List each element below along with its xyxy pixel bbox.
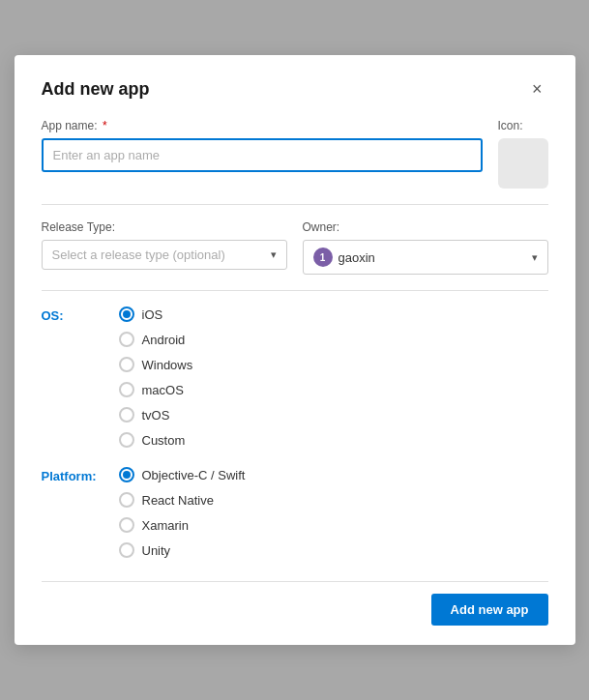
platform-radio-objc-swift[interactable]	[119, 467, 134, 482]
divider-2	[42, 290, 548, 291]
os-option-windows[interactable]: Windows	[119, 357, 193, 372]
os-radio-ios[interactable]	[119, 306, 134, 322]
app-name-field-group: App name: *	[42, 119, 483, 172]
modal-overlay: Add new app × App name: * Icon: Release …	[0, 0, 589, 700]
release-type-group: Release Type: Select a release type (opt…	[42, 220, 287, 275]
os-label-macos: macOS	[142, 383, 184, 397]
modal-footer: Add new app	[42, 581, 548, 626]
platform-label-objc-swift: Objective-C / Swift	[142, 468, 246, 482]
os-option-tvos[interactable]: tvOS	[119, 407, 193, 423]
owner-avatar: 1	[313, 248, 333, 267]
release-type-select[interactable]: Select a release type (optional) ▾	[42, 240, 287, 270]
platform-label-react-native: React Native	[142, 493, 214, 508]
owner-select[interactable]: 1 gaoxin ▾	[303, 240, 548, 275]
os-radio-list: iOS Android Windows macOS tvOS	[119, 306, 193, 448]
os-radio-android[interactable]	[119, 332, 134, 347]
os-label-custom: Custom	[142, 433, 186, 448]
modal-header: Add new app ×	[42, 78, 548, 100]
os-label-tvos: tvOS	[142, 408, 170, 423]
platform-label: Platform:	[42, 467, 119, 558]
icon-area: Icon:	[498, 119, 548, 189]
add-new-app-modal: Add new app × App name: * Icon: Release …	[15, 55, 575, 645]
icon-label: Icon:	[498, 119, 523, 132]
platform-label-xamarin: Xamarin	[142, 518, 189, 533]
platform-option-unity[interactable]: Unity	[119, 542, 246, 558]
os-radio-custom[interactable]	[119, 432, 134, 448]
os-option-ios[interactable]: iOS	[119, 306, 193, 322]
add-new-app-button[interactable]: Add new app	[431, 594, 548, 626]
os-label-ios: iOS	[142, 307, 163, 322]
owner-name: gaoxin	[339, 250, 375, 265]
app-name-label: App name: *	[42, 119, 483, 132]
owner-label: Owner:	[303, 220, 548, 234]
close-button[interactable]: ×	[526, 78, 548, 100]
platform-option-objc-swift[interactable]: Objective-C / Swift	[119, 467, 246, 482]
modal-title: Add new app	[42, 79, 150, 100]
release-type-label: Release Type:	[42, 220, 287, 234]
platform-label-unity: Unity	[142, 543, 171, 558]
os-radio-tvos[interactable]	[119, 407, 134, 423]
platform-option-react-native[interactable]: React Native	[119, 492, 246, 508]
required-indicator: *	[100, 119, 107, 132]
platform-radio-xamarin[interactable]	[119, 517, 134, 533]
os-option-custom[interactable]: Custom	[119, 432, 193, 448]
platform-option-xamarin[interactable]: Xamarin	[119, 517, 246, 533]
owner-group: Owner: 1 gaoxin ▾	[303, 220, 548, 275]
app-name-row: App name: * Icon:	[42, 119, 548, 189]
platform-radio-unity[interactable]	[119, 542, 134, 558]
release-type-chevron-icon: ▾	[271, 248, 277, 261]
platform-radio-react-native[interactable]	[119, 492, 134, 508]
platform-radio-list: Objective-C / Swift React Native Xamarin…	[119, 467, 246, 558]
os-radio-windows[interactable]	[119, 357, 134, 372]
os-radio-macos[interactable]	[119, 382, 134, 397]
platform-section: Platform: Objective-C / Swift React Nati…	[42, 467, 548, 558]
owner-chevron-icon: ▾	[532, 251, 538, 264]
os-label-android: Android	[142, 333, 186, 347]
os-option-macos[interactable]: macOS	[119, 382, 193, 397]
os-label-windows: Windows	[142, 358, 193, 372]
os-section: OS: iOS Android Windows macOS	[42, 306, 548, 448]
divider-1	[42, 204, 548, 205]
owner-inner: 1 gaoxin	[313, 248, 375, 267]
release-owner-row: Release Type: Select a release type (opt…	[42, 220, 548, 275]
icon-picker[interactable]	[498, 138, 548, 189]
release-type-placeholder: Select a release type (optional)	[52, 248, 225, 262]
app-name-input[interactable]	[42, 138, 483, 172]
os-label: OS:	[42, 306, 119, 448]
os-option-android[interactable]: Android	[119, 332, 193, 347]
